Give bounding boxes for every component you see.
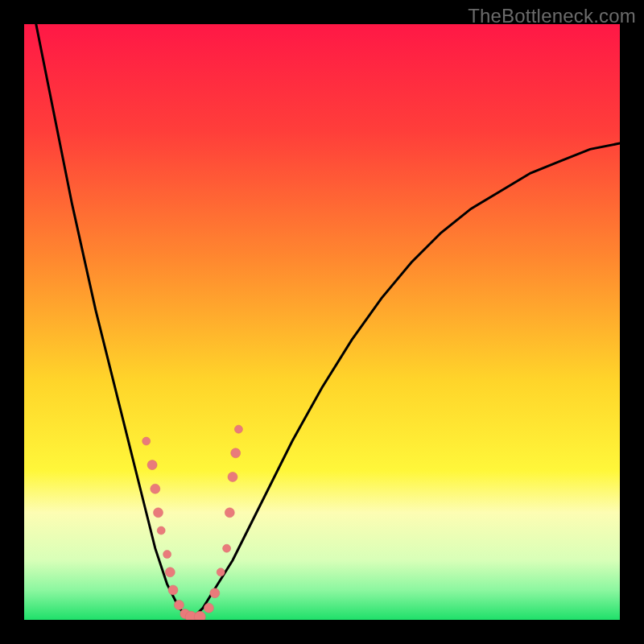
data-marker — [147, 460, 157, 470]
data-marker — [163, 551, 171, 559]
data-marker — [151, 484, 160, 493]
data-marker — [165, 568, 175, 577]
data-marker — [194, 611, 205, 620]
data-marker — [225, 508, 234, 518]
data-marker — [157, 526, 165, 535]
data-marker — [217, 568, 225, 576]
bottleneck-curve — [24, 24, 620, 620]
data-marker — [223, 544, 231, 552]
data-marker — [228, 472, 237, 481]
data-marker — [174, 601, 184, 610]
data-marker — [168, 585, 178, 595]
plot-region — [24, 24, 620, 620]
data-marker — [210, 588, 220, 598]
data-marker — [231, 448, 241, 458]
data-marker — [154, 508, 163, 518]
data-marker — [234, 425, 242, 433]
outer-frame: TheBottleneck.com — [0, 0, 644, 644]
data-marker — [142, 437, 151, 445]
data-marker — [204, 603, 213, 613]
